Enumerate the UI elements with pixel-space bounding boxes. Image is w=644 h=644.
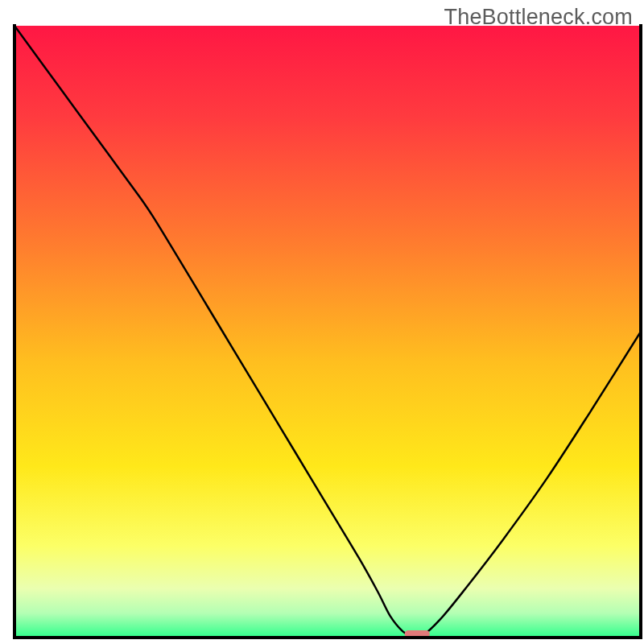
- gradient-background: [14, 26, 641, 638]
- watermark-label: TheBottleneck.com: [444, 5, 633, 30]
- plot-area: [14, 26, 641, 638]
- bottleneck-chart: [0, 0, 644, 644]
- chart-container: TheBottleneck.com: [0, 0, 644, 644]
